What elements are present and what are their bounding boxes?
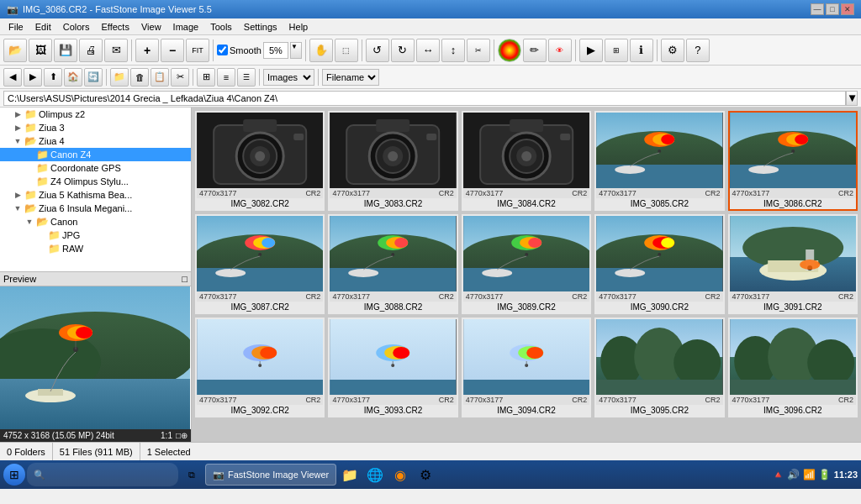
thumbnail-item[interactable]: 4770x3177 CR2 IMG_3091.CR2 bbox=[728, 214, 858, 314]
select-tool[interactable]: ⬚ bbox=[335, 39, 358, 62]
menu-help[interactable]: Help bbox=[284, 20, 314, 34]
tree-item-olimpus[interactable]: ▶ 📁 Olimpus z2 bbox=[0, 108, 191, 121]
task-view[interactable]: ⧉ bbox=[180, 463, 203, 486]
tree-item-ziua6[interactable]: ▼ 📂 Ziua 6 Insula Megani... bbox=[0, 202, 191, 215]
close-button[interactable]: ✕ bbox=[841, 3, 854, 15]
tree-label: RAW bbox=[62, 244, 83, 254]
tree-item-canon[interactable]: ▼ 📂 Canon bbox=[0, 215, 191, 228]
flip-v[interactable]: ↕ bbox=[441, 39, 465, 62]
print-button[interactable]: 🖨 bbox=[79, 39, 103, 62]
file-explorer-btn[interactable]: 📁 bbox=[338, 463, 362, 486]
browser-btn[interactable]: 🌐 bbox=[363, 463, 387, 486]
address-dropdown[interactable]: ▼ bbox=[846, 91, 858, 106]
zoom-out-button[interactable]: − bbox=[161, 39, 184, 62]
email-button[interactable]: ✉ bbox=[104, 39, 128, 62]
faststone-taskbar-app[interactable]: 📷 FastStone Image Viewer bbox=[205, 464, 336, 486]
tree-scroll: ▶ 📁 Olimpus z2 ▶ 📁 Ziua 3 ▼ 📂 Ziua 4 bbox=[0, 108, 191, 271]
thumbnail-item[interactable]: 4770x3177 CR2 IMG_3086.CR2 bbox=[728, 111, 858, 211]
sort-select[interactable]: Filename Date Size bbox=[322, 69, 379, 86]
chrome-btn[interactable]: ◉ bbox=[388, 463, 412, 486]
thumbnail-item[interactable]: 4770x3177 CR2 IMG_3087.CR2 bbox=[195, 214, 325, 314]
tree-item-ziua3[interactable]: ▶ 📁 Ziua 3 bbox=[0, 121, 191, 134]
thumbnail-item[interactable]: 4770x3177 CR2 IMG_3094.CR2 bbox=[462, 318, 591, 417]
thumbnail-item[interactable]: 4770x3177 CR2 IMG_3084.CR2 bbox=[462, 111, 591, 211]
nav-refresh[interactable]: 🔄 bbox=[84, 68, 103, 87]
smooth-checkbox[interactable] bbox=[217, 45, 228, 55]
menu-colors[interactable]: Colors bbox=[58, 20, 95, 34]
menu-file[interactable]: File bbox=[3, 20, 29, 34]
view-thumb[interactable]: ⊞ bbox=[197, 68, 215, 87]
expand-canon[interactable]: ▼ bbox=[24, 218, 35, 226]
color-button[interactable] bbox=[498, 39, 521, 62]
menu-settings[interactable]: Settings bbox=[239, 20, 283, 34]
expand-ziua3[interactable]: ▶ bbox=[12, 123, 24, 132]
settings-taskbar[interactable]: ⚙ bbox=[414, 463, 437, 486]
compare-button[interactable]: ⊞ bbox=[605, 39, 628, 62]
info-button[interactable]: ℹ bbox=[630, 39, 653, 62]
thumbnail-item[interactable]: 4770x3177 CR2 IMG_3085.CR2 bbox=[594, 111, 724, 211]
files-text: 51 Files (911 MB) bbox=[60, 447, 133, 457]
settings-button[interactable]: ⚙ bbox=[661, 39, 684, 62]
red-eye[interactable]: 👁 bbox=[548, 39, 572, 62]
fit-button[interactable]: FIT bbox=[186, 39, 209, 62]
rotate-cw[interactable]: ↻ bbox=[391, 39, 415, 62]
copy-button[interactable]: 📋 bbox=[151, 68, 169, 87]
thumbnail-item[interactable]: 4770x3177 CR2 IMG_3083.CR2 bbox=[328, 111, 457, 211]
maximize-button[interactable]: □ bbox=[826, 3, 839, 15]
tree-item-canonz4[interactable]: 📁 Canon Z4 bbox=[0, 148, 191, 161]
tree-item-raw[interactable]: 📁 RAW bbox=[0, 242, 191, 255]
tb2-sep3 bbox=[259, 69, 260, 86]
view-detail[interactable]: ☰ bbox=[237, 68, 256, 87]
crop-button[interactable]: ✂ bbox=[467, 39, 490, 62]
menu-edit[interactable]: Edit bbox=[30, 20, 56, 34]
tree-item-gps[interactable]: 📁 Coordonate GPS bbox=[0, 161, 191, 175]
new-folder[interactable]: 📁 bbox=[110, 68, 129, 87]
help-button[interactable]: ? bbox=[686, 39, 710, 62]
delete-button[interactable]: 🗑 bbox=[130, 68, 149, 87]
thumbnail-item[interactable]: 4770x3177 CR2 IMG_3088.CR2 bbox=[328, 214, 457, 314]
thumbnail-meta: 4770x3177 CR2 bbox=[463, 188, 589, 198]
start-button[interactable]: ⊞ bbox=[3, 464, 25, 486]
browse-button[interactable]: 🖼 bbox=[29, 39, 52, 62]
smooth-input[interactable] bbox=[263, 42, 288, 59]
menu-view[interactable]: View bbox=[136, 20, 166, 34]
move-button[interactable]: ✂ bbox=[171, 68, 189, 87]
rotate-ccw[interactable]: ↺ bbox=[366, 39, 389, 62]
flip-h[interactable]: ↔ bbox=[416, 39, 440, 62]
thumbnail-item[interactable]: 4770x3177 CR2 IMG_3089.CR2 bbox=[462, 214, 591, 314]
nav-back[interactable]: ◀ bbox=[3, 68, 22, 87]
tree-item-ziua5[interactable]: ▶ 📁 Ziua 5 Kathisma Bea... bbox=[0, 188, 191, 202]
search-taskbar[interactable]: 🔍 bbox=[27, 463, 178, 486]
nav-forward[interactable]: ▶ bbox=[24, 68, 42, 87]
view-select[interactable]: Images All Files bbox=[263, 69, 314, 86]
nav-up[interactable]: ⬆ bbox=[44, 68, 62, 87]
thumbnail-item[interactable]: 4770x3177 CR2 IMG_3096.CR2 bbox=[728, 318, 858, 417]
slideshow-button[interactable]: ▶ bbox=[579, 39, 603, 62]
view-list[interactable]: ≡ bbox=[217, 68, 235, 87]
preview-expand[interactable]: □ bbox=[182, 274, 188, 284]
menu-image[interactable]: Image bbox=[168, 20, 204, 34]
thumbnail-item[interactable]: 4770x3177 CR2 IMG_3090.CR2 bbox=[594, 214, 724, 314]
hand-tool[interactable]: ✋ bbox=[309, 39, 333, 62]
tree-item-jpg[interactable]: 📁 JPG bbox=[0, 228, 191, 242]
tree-item-ziua4[interactable]: ▼ 📂 Ziua 4 bbox=[0, 134, 191, 148]
open-button[interactable]: 📂 bbox=[3, 39, 27, 62]
thumbnail-item[interactable]: 4770x3177 CR2 IMG_3082.CR2 bbox=[195, 111, 325, 211]
zoom-in-button[interactable]: + bbox=[135, 39, 159, 62]
nav-home[interactable]: 🏠 bbox=[64, 68, 82, 87]
expand-ziua5[interactable]: ▶ bbox=[12, 191, 24, 199]
menu-effects[interactable]: Effects bbox=[97, 20, 135, 34]
draw-button[interactable]: ✏ bbox=[523, 39, 547, 62]
thumbnail-item[interactable]: 4770x3177 CR2 IMG_3092.CR2 bbox=[195, 318, 325, 417]
expand-ziua4[interactable]: ▼ bbox=[12, 137, 24, 145]
save-button[interactable]: 💾 bbox=[54, 39, 77, 62]
minimize-button[interactable]: — bbox=[811, 3, 824, 15]
smooth-dropdown[interactable]: ▼ bbox=[290, 42, 302, 59]
address-input[interactable] bbox=[3, 91, 846, 106]
expand-olimpus[interactable]: ▶ bbox=[12, 110, 24, 118]
expand-ziua6[interactable]: ▼ bbox=[12, 204, 24, 213]
menu-tools[interactable]: Tools bbox=[205, 20, 237, 34]
tree-item-z4olimpus[interactable]: 📁 Z4 Olimpus Stylu... bbox=[0, 175, 191, 188]
thumbnail-item[interactable]: 4770x3177 CR2 IMG_3095.CR2 bbox=[594, 318, 724, 417]
thumbnail-item[interactable]: 4770x3177 CR2 IMG_3093.CR2 bbox=[328, 318, 457, 417]
